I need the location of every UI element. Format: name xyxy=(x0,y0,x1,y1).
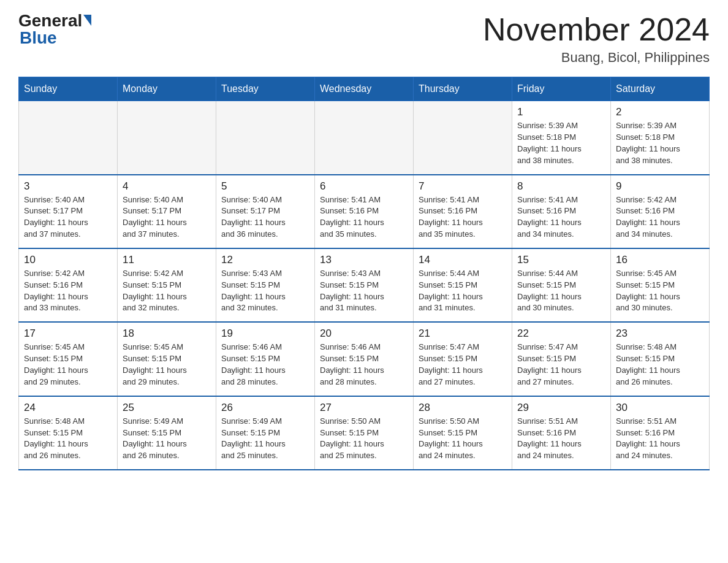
day-number: 30 xyxy=(616,402,704,414)
calendar-cell: 14Sunrise: 5:44 AM Sunset: 5:15 PM Dayli… xyxy=(414,248,512,322)
day-number: 25 xyxy=(123,402,211,414)
day-number: 18 xyxy=(123,327,211,340)
day-number: 28 xyxy=(419,402,507,414)
day-info: Sunrise: 5:51 AM Sunset: 5:16 PM Dayligh… xyxy=(517,416,605,462)
calendar-table: SundayMondayTuesdayWednesdayThursdayFrid… xyxy=(18,77,710,470)
day-info: Sunrise: 5:41 AM Sunset: 5:16 PM Dayligh… xyxy=(517,194,605,240)
day-number: 23 xyxy=(616,327,704,340)
logo-arrow-icon xyxy=(83,15,91,26)
calendar-cell: 24Sunrise: 5:48 AM Sunset: 5:15 PM Dayli… xyxy=(19,396,118,470)
day-info: Sunrise: 5:42 AM Sunset: 5:16 PM Dayligh… xyxy=(24,268,112,314)
weekday-header-tuesday: Tuesday xyxy=(216,77,315,101)
day-info: Sunrise: 5:46 AM Sunset: 5:15 PM Dayligh… xyxy=(221,342,309,388)
day-info: Sunrise: 5:50 AM Sunset: 5:15 PM Dayligh… xyxy=(320,416,408,462)
calendar-cell: 10Sunrise: 5:42 AM Sunset: 5:16 PM Dayli… xyxy=(19,248,118,322)
weekday-header-saturday: Saturday xyxy=(611,77,710,101)
weekday-header-row: SundayMondayTuesdayWednesdayThursdayFrid… xyxy=(19,77,710,101)
day-number: 9 xyxy=(616,180,704,193)
calendar-cell: 18Sunrise: 5:45 AM Sunset: 5:15 PM Dayli… xyxy=(118,322,216,396)
day-info: Sunrise: 5:43 AM Sunset: 5:15 PM Dayligh… xyxy=(221,268,309,314)
day-number: 7 xyxy=(419,180,507,193)
calendar-cell: 4Sunrise: 5:40 AM Sunset: 5:17 PM Daylig… xyxy=(118,175,216,248)
day-number: 29 xyxy=(517,402,605,414)
day-info: Sunrise: 5:40 AM Sunset: 5:17 PM Dayligh… xyxy=(123,194,211,240)
logo-general-text: General xyxy=(18,12,82,29)
calendar-week-row: 24Sunrise: 5:48 AM Sunset: 5:15 PM Dayli… xyxy=(19,396,710,470)
calendar-cell: 26Sunrise: 5:49 AM Sunset: 5:15 PM Dayli… xyxy=(216,396,315,470)
day-number: 4 xyxy=(123,180,211,193)
day-number: 11 xyxy=(123,254,211,266)
main-title: November 2024 xyxy=(483,12,710,47)
day-info: Sunrise: 5:50 AM Sunset: 5:15 PM Dayligh… xyxy=(419,416,507,462)
weekday-header-sunday: Sunday xyxy=(19,77,118,101)
calendar-cell: 6Sunrise: 5:41 AM Sunset: 5:16 PM Daylig… xyxy=(315,175,414,248)
day-number: 3 xyxy=(24,180,112,193)
day-number: 2 xyxy=(616,106,704,118)
calendar-cell: 2Sunrise: 5:39 AM Sunset: 5:18 PM Daylig… xyxy=(611,101,710,175)
calendar-cell: 20Sunrise: 5:46 AM Sunset: 5:15 PM Dayli… xyxy=(315,322,414,396)
calendar-cell: 29Sunrise: 5:51 AM Sunset: 5:16 PM Dayli… xyxy=(512,396,611,470)
calendar-cell: 23Sunrise: 5:48 AM Sunset: 5:15 PM Dayli… xyxy=(611,322,710,396)
day-info: Sunrise: 5:51 AM Sunset: 5:16 PM Dayligh… xyxy=(616,416,704,462)
day-number: 22 xyxy=(517,327,605,340)
day-number: 16 xyxy=(616,254,704,266)
calendar-cell: 28Sunrise: 5:50 AM Sunset: 5:15 PM Dayli… xyxy=(414,396,512,470)
weekday-header-monday: Monday xyxy=(118,77,216,101)
weekday-header-friday: Friday xyxy=(512,77,611,101)
calendar-cell: 7Sunrise: 5:41 AM Sunset: 5:16 PM Daylig… xyxy=(414,175,512,248)
day-number: 21 xyxy=(419,327,507,340)
day-info: Sunrise: 5:47 AM Sunset: 5:15 PM Dayligh… xyxy=(517,342,605,388)
calendar-cell: 21Sunrise: 5:47 AM Sunset: 5:15 PM Dayli… xyxy=(414,322,512,396)
day-info: Sunrise: 5:41 AM Sunset: 5:16 PM Dayligh… xyxy=(419,194,507,240)
day-info: Sunrise: 5:48 AM Sunset: 5:15 PM Dayligh… xyxy=(24,416,112,462)
calendar-cell: 22Sunrise: 5:47 AM Sunset: 5:15 PM Dayli… xyxy=(512,322,611,396)
day-info: Sunrise: 5:44 AM Sunset: 5:15 PM Dayligh… xyxy=(517,268,605,314)
day-info: Sunrise: 5:47 AM Sunset: 5:15 PM Dayligh… xyxy=(419,342,507,388)
page-header: General Blue November 2024 Buang, Bicol,… xyxy=(18,12,710,66)
day-number: 17 xyxy=(24,327,112,340)
day-info: Sunrise: 5:49 AM Sunset: 5:15 PM Dayligh… xyxy=(221,416,309,462)
day-number: 20 xyxy=(320,327,408,340)
calendar-cell xyxy=(216,101,315,175)
day-number: 12 xyxy=(221,254,309,266)
day-info: Sunrise: 5:40 AM Sunset: 5:17 PM Dayligh… xyxy=(221,194,309,240)
day-info: Sunrise: 5:46 AM Sunset: 5:15 PM Dayligh… xyxy=(320,342,408,388)
calendar-cell xyxy=(19,101,118,175)
day-number: 8 xyxy=(517,180,605,193)
day-number: 1 xyxy=(517,106,605,118)
calendar-cell: 5Sunrise: 5:40 AM Sunset: 5:17 PM Daylig… xyxy=(216,175,315,248)
calendar-cell: 19Sunrise: 5:46 AM Sunset: 5:15 PM Dayli… xyxy=(216,322,315,396)
calendar-cell xyxy=(118,101,216,175)
day-info: Sunrise: 5:42 AM Sunset: 5:16 PM Dayligh… xyxy=(616,194,704,240)
calendar-cell: 15Sunrise: 5:44 AM Sunset: 5:15 PM Dayli… xyxy=(512,248,611,322)
calendar-cell: 30Sunrise: 5:51 AM Sunset: 5:16 PM Dayli… xyxy=(611,396,710,470)
title-block: November 2024 Buang, Bicol, Philippines xyxy=(483,12,710,66)
calendar-cell xyxy=(315,101,414,175)
day-info: Sunrise: 5:41 AM Sunset: 5:16 PM Dayligh… xyxy=(320,194,408,240)
weekday-header-thursday: Thursday xyxy=(414,77,512,101)
day-number: 27 xyxy=(320,402,408,414)
calendar-week-row: 1Sunrise: 5:39 AM Sunset: 5:18 PM Daylig… xyxy=(19,101,710,175)
weekday-header-wednesday: Wednesday xyxy=(315,77,414,101)
calendar-cell: 9Sunrise: 5:42 AM Sunset: 5:16 PM Daylig… xyxy=(611,175,710,248)
calendar-cell: 11Sunrise: 5:42 AM Sunset: 5:15 PM Dayli… xyxy=(118,248,216,322)
day-number: 24 xyxy=(24,402,112,414)
calendar-cell: 27Sunrise: 5:50 AM Sunset: 5:15 PM Dayli… xyxy=(315,396,414,470)
day-info: Sunrise: 5:43 AM Sunset: 5:15 PM Dayligh… xyxy=(320,268,408,314)
calendar-week-row: 3Sunrise: 5:40 AM Sunset: 5:17 PM Daylig… xyxy=(19,175,710,248)
day-info: Sunrise: 5:45 AM Sunset: 5:15 PM Dayligh… xyxy=(123,342,211,388)
day-number: 5 xyxy=(221,180,309,193)
day-info: Sunrise: 5:45 AM Sunset: 5:15 PM Dayligh… xyxy=(616,268,704,314)
logo: General Blue xyxy=(18,12,91,48)
calendar-cell: 8Sunrise: 5:41 AM Sunset: 5:16 PM Daylig… xyxy=(512,175,611,248)
calendar-cell: 17Sunrise: 5:45 AM Sunset: 5:15 PM Dayli… xyxy=(19,322,118,396)
day-info: Sunrise: 5:44 AM Sunset: 5:15 PM Dayligh… xyxy=(419,268,507,314)
calendar-cell: 3Sunrise: 5:40 AM Sunset: 5:17 PM Daylig… xyxy=(19,175,118,248)
day-number: 14 xyxy=(419,254,507,266)
day-info: Sunrise: 5:42 AM Sunset: 5:15 PM Dayligh… xyxy=(123,268,211,314)
day-number: 10 xyxy=(24,254,112,266)
day-number: 15 xyxy=(517,254,605,266)
calendar-cell: 16Sunrise: 5:45 AM Sunset: 5:15 PM Dayli… xyxy=(611,248,710,322)
day-info: Sunrise: 5:39 AM Sunset: 5:18 PM Dayligh… xyxy=(616,120,704,166)
calendar-cell: 12Sunrise: 5:43 AM Sunset: 5:15 PM Dayli… xyxy=(216,248,315,322)
